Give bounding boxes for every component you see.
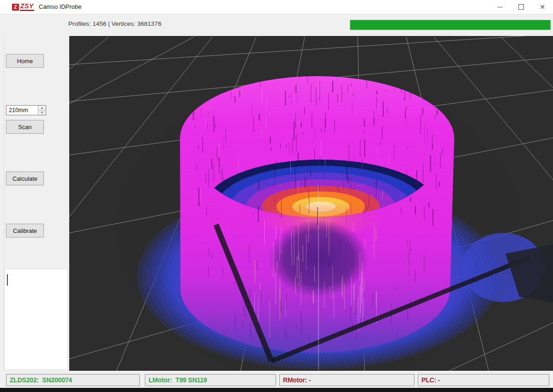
viewport-3d[interactable] [69,36,553,371]
close-button[interactable]: ✕ [532,0,553,14]
zsy-logo-icon: Z [12,4,19,11]
scan-stats-label: Profiles: 1456 | Vertices: 3681376 [68,14,162,34]
zsy-logo: Z ZSY [12,2,34,12]
spin-up-button[interactable]: ▲ [38,106,46,111]
text-caret [7,274,8,285]
window-controls: ✕ [489,0,553,14]
scan-button[interactable]: Scan [6,120,44,134]
title-bar: Z ZSY Camso IDProbe ✕ [0,0,553,14]
calibrate-button[interactable]: Calibrate [6,224,44,238]
status-bar: ZLDS202: SN200074 LMotor: T99 SN119 RMot… [0,371,553,388]
lmotor-status: LMotor: T99 SN119 [145,374,276,386]
point-cloud-canvas[interactable] [69,36,553,371]
window-title: Camso IDProbe [39,0,81,14]
log-textarea[interactable] [4,269,68,370]
maximize-icon [518,4,524,10]
spinner-arrows: ▲ ▼ [38,106,46,115]
zlds-status: ZLDS202: SN200074 [6,374,140,386]
scan-progress-fill [350,20,550,30]
plc-status: PLC: - [418,374,549,386]
rmotor-status: RMotor: - [279,374,415,386]
zsy-logo-text: ZSY [20,3,34,11]
close-icon: ✕ [540,4,545,10]
toolbar: Profiles: 1456 | Vertices: 3681376 [0,14,553,34]
maximize-button[interactable] [511,0,532,14]
minimize-button[interactable] [489,0,511,14]
sidebar: Home 210mm ▲ ▼ Scan Calculate Calibrate [0,34,69,372]
diameter-value[interactable]: 210mm [6,106,38,115]
minimize-icon [498,7,503,7]
diameter-spinner[interactable]: 210mm ▲ ▼ [6,105,46,115]
home-button[interactable]: Home [6,54,44,68]
spin-down-button[interactable]: ▼ [38,111,46,115]
calculate-button[interactable]: Calculate [6,172,44,185]
scan-progress-bar [350,20,551,30]
bottom-strip [0,388,553,392]
